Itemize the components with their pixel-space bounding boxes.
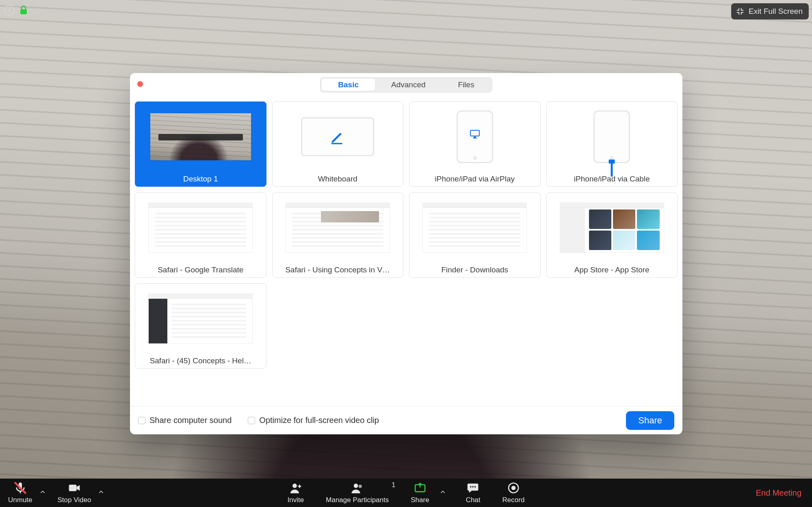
share-source-grid: Desktop 1 Whiteboard iPhone/iPad via Air… (130, 97, 682, 406)
share-tile-iphone-airplay[interactable]: iPhone/iPad via AirPlay (409, 101, 541, 187)
toolbar-label: Unmute (8, 496, 32, 504)
chevron-up-icon (97, 488, 105, 496)
share-tile-label: Desktop 1 (135, 172, 266, 186)
checkbox-label: Optimize for full-screen video clip (259, 416, 379, 425)
tab-files[interactable]: Files (442, 79, 491, 91)
tab-advanced[interactable]: Advanced (375, 79, 442, 91)
svg-rect-2 (470, 130, 479, 136)
toolbar-label: Chat (466, 496, 481, 504)
window-thumbnail (148, 293, 253, 344)
record-icon (507, 481, 520, 494)
chat-button[interactable]: Chat (462, 481, 485, 504)
share-tile-safari-concepts-video[interactable]: Safari - Using Concepts in V… (272, 192, 404, 278)
video-camera-icon (68, 481, 81, 494)
svg-rect-4 (19, 491, 21, 493)
share-tile-label: Safari - (45) Concepts - Hel… (135, 354, 266, 368)
svg-point-12 (474, 486, 476, 488)
svg-rect-0 (20, 9, 27, 14)
share-tile-iphone-cable[interactable]: iPhone/iPad via Cable (546, 101, 678, 187)
toolbar-label: Share (411, 496, 429, 504)
share-confirm-button[interactable]: Share (626, 411, 674, 430)
svg-rect-5 (69, 485, 77, 491)
share-tile-safari-concepts-help[interactable]: Safari - (45) Concepts - Hel… (135, 283, 266, 369)
meeting-toolbar: Unmute Stop Video Invite 1 Manage Partic… (0, 479, 812, 507)
window-thumbnail (286, 203, 390, 253)
window-thumbnail (422, 203, 527, 253)
share-tile-label: Safari - Google Translate (135, 263, 266, 277)
end-meeting-button[interactable]: End Meeting (749, 488, 808, 498)
share-screen-icon (414, 481, 427, 494)
share-screen-button[interactable]: Share (407, 481, 433, 504)
exit-full-screen-button[interactable]: Exit Full Screen (731, 3, 809, 19)
record-button[interactable]: Record (498, 481, 529, 504)
close-dialog-button[interactable] (137, 81, 143, 87)
desktop-thumbnail (150, 113, 251, 160)
cable-icon (611, 162, 613, 177)
share-options-chevron[interactable] (437, 488, 448, 497)
toolbar-label: Record (502, 496, 525, 504)
participants-icon (351, 481, 364, 494)
share-tile-label: Finder - Downloads (409, 263, 540, 277)
checkbox-label: Share computer sound (149, 416, 232, 425)
svg-point-11 (472, 486, 474, 488)
tab-basic[interactable]: Basic (322, 79, 375, 91)
airplay-icon (470, 129, 480, 140)
share-tile-label: iPhone/iPad via AirPlay (409, 172, 540, 186)
encryption-lock-icon[interactable] (19, 5, 28, 15)
exit-full-screen-label: Exit Full Screen (749, 7, 803, 16)
svg-point-14 (511, 486, 516, 490)
chevron-up-icon (439, 488, 446, 496)
chat-icon (467, 481, 480, 494)
audio-options-chevron[interactable] (37, 488, 48, 497)
share-tile-whiteboard[interactable]: Whiteboard (272, 101, 404, 187)
video-options-chevron[interactable] (96, 488, 106, 497)
checkbox-box (138, 417, 145, 424)
svg-point-8 (358, 485, 362, 488)
share-dialog-bottom-bar: Share computer sound Optimize for full-s… (130, 406, 682, 434)
svg-point-10 (470, 486, 472, 488)
share-tile-label: Safari - Using Concepts in V… (273, 263, 403, 277)
share-tile-label: App Store - App Store (547, 263, 678, 277)
window-thumbnail (560, 203, 664, 253)
share-category-tabs: Basic Advanced Files (320, 77, 492, 93)
share-screen-dialog: Basic Advanced Files Desktop 1 Whiteboar… (130, 73, 682, 434)
exit-full-screen-icon (736, 7, 745, 16)
toolbar-label: Stop Video (58, 496, 91, 504)
share-tile-label: Whiteboard (273, 172, 403, 186)
stop-video-button[interactable]: Stop Video (54, 481, 95, 504)
optimize-video-checkbox[interactable]: Optimize for full-screen video clip (248, 416, 379, 425)
participant-count-badge: 1 (392, 481, 395, 489)
share-tile-finder-downloads[interactable]: Finder - Downloads (409, 192, 541, 278)
share-computer-sound-checkbox[interactable]: Share computer sound (138, 416, 232, 425)
chevron-up-icon (39, 488, 46, 496)
toolbar-label: Manage Participants (326, 496, 389, 504)
window-thumbnail (148, 203, 253, 253)
pencil-icon (329, 129, 346, 145)
svg-rect-1 (331, 143, 342, 144)
svg-point-7 (353, 483, 358, 488)
invite-button[interactable]: Invite (284, 481, 308, 504)
share-tile-desktop-1[interactable]: Desktop 1 (135, 101, 266, 187)
share-tile-app-store[interactable]: App Store - App Store (546, 192, 678, 278)
invite-icon (289, 481, 302, 494)
share-tile-safari-google-translate[interactable]: Safari - Google Translate (135, 192, 266, 278)
svg-point-6 (292, 483, 297, 488)
meeting-info-icon[interactable]: i (4, 5, 15, 15)
checkbox-box (248, 417, 255, 424)
manage-participants-button[interactable]: 1 Manage Participants (322, 481, 393, 504)
toolbar-label: Invite (288, 496, 304, 504)
unmute-button[interactable]: Unmute (4, 481, 37, 504)
